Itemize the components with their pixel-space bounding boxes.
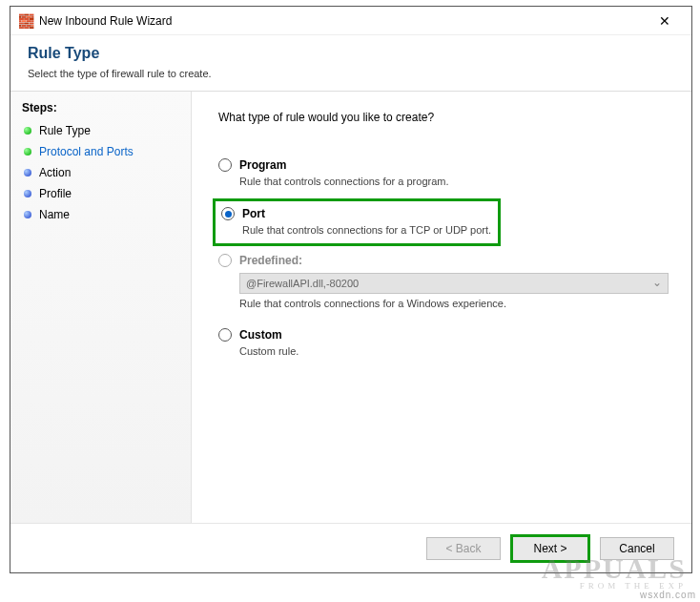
option-description: Rule that controls connections for a TCP… [242, 224, 492, 236]
steps-heading: Steps: [10, 97, 191, 120]
site-watermark: wsxdn.com [640, 590, 696, 600]
predefined-select-value: @FirewallAPI.dll,-80200 [246, 278, 359, 289]
step-name[interactable]: Name [10, 204, 191, 225]
step-dot-icon [24, 211, 31, 218]
option-custom[interactable]: Custom Custom rule. [218, 321, 665, 368]
option-description: Custom rule. [239, 345, 661, 357]
step-action[interactable]: Action [10, 162, 191, 183]
step-dot-icon [24, 127, 31, 135]
wizard-footer: < Back Next > Cancel [10, 523, 691, 572]
content-panel: What type of rule would you like to crea… [192, 92, 691, 523]
back-button[interactable]: < Back [426, 537, 501, 560]
option-label: Program [239, 158, 286, 172]
next-button-label: Next > [533, 542, 566, 555]
firewall-icon: 🧱 [18, 13, 33, 29]
rule-type-options: Program Rule that controls connections f… [218, 151, 665, 368]
wizard-window: 🧱 New Inbound Rule Wizard ✕ Rule Type Se… [10, 6, 692, 573]
step-rule-type[interactable]: Rule Type [10, 120, 191, 141]
option-predefined[interactable]: Predefined: @FirewallAPI.dll,-80200 Rule… [218, 246, 665, 321]
next-button[interactable]: Next > [510, 534, 590, 563]
close-icon: ✕ [659, 13, 670, 29]
close-button[interactable]: ✕ [646, 8, 684, 34]
option-label: Custom [239, 328, 282, 342]
cancel-button[interactable]: Cancel [600, 537, 674, 560]
prompt-text: What type of rule would you like to crea… [218, 111, 665, 124]
titlebar: 🧱 New Inbound Rule Wizard ✕ [10, 7, 691, 35]
step-profile[interactable]: Profile [10, 183, 191, 204]
step-protocol-ports[interactable]: Protocol and Ports [10, 141, 191, 162]
radio-predefined[interactable] [218, 254, 232, 267]
predefined-select[interactable]: @FirewallAPI.dll,-80200 [239, 273, 669, 294]
step-label: Rule Type [39, 124, 91, 137]
step-dot-icon [24, 169, 31, 176]
option-label: Port [242, 207, 265, 220]
step-label: Action [39, 166, 71, 179]
page-title: Rule Type [28, 45, 674, 62]
option-description: Rule that controls connections for a Win… [239, 298, 661, 309]
option-label: Predefined: [239, 254, 302, 267]
back-button-label: < Back [445, 542, 481, 555]
option-program[interactable]: Program Rule that controls connections f… [218, 151, 665, 198]
radio-custom[interactable] [218, 328, 232, 342]
page-header: Rule Type Select the type of firewall ru… [10, 35, 691, 91]
step-label: Name [39, 208, 70, 221]
step-dot-icon [24, 148, 31, 156]
radio-program[interactable] [218, 158, 232, 172]
window-title: New Inbound Rule Wizard [39, 14, 172, 28]
radio-port[interactable] [221, 207, 235, 220]
page-subtitle: Select the type of firewall rule to crea… [28, 68, 674, 79]
option-description: Rule that controls connections for a pro… [239, 176, 661, 187]
step-label: Protocol and Ports [39, 145, 134, 158]
steps-sidebar: Steps: Rule Type Protocol and Ports Acti… [10, 92, 192, 523]
step-label: Profile [39, 187, 72, 200]
wizard-body: Steps: Rule Type Protocol and Ports Acti… [10, 92, 691, 523]
option-port[interactable]: Port Rule that controls connections for … [213, 198, 501, 246]
cancel-button-label: Cancel [619, 542, 654, 555]
step-dot-icon [24, 190, 31, 197]
